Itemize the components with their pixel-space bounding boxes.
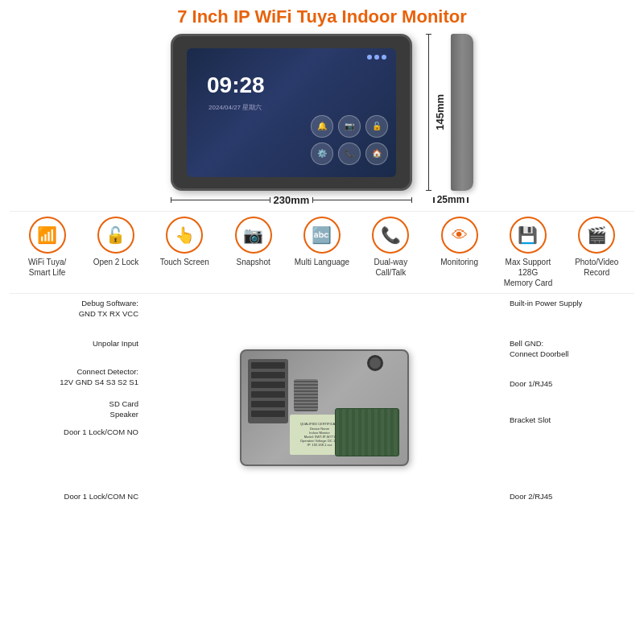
feature-label-snapshot: Snapshot [237, 257, 270, 267]
back-section: Debug Software: GND TX RX VCCUnpolar Inp… [10, 299, 634, 516]
dimension-width: 230mm [171, 194, 412, 206]
page-wrapper: 7 Inch IP WiFi Tuya Indoor Monitor 09:28… [0, 0, 644, 644]
back-connector [367, 355, 383, 371]
back-port-2 [251, 372, 285, 378]
device-back-wrapper: QUALIFIED CERTIFICATE Device Name Indoor… [145, 299, 503, 516]
feature-label-monitoring: Monitoring [440, 257, 478, 267]
status-dot-2 [374, 55, 379, 60]
height-label: 145mm [434, 94, 446, 130]
feature-icon-dual-way-call: 📞 [372, 217, 409, 254]
back-label-left-connect-detector: Connect Detector: 12V GND S4 S3 S2 S1 [60, 367, 138, 387]
dimension-depth: 25mm [435, 194, 467, 205]
feature-item-photo-video: 🎬Photo/Video Record [564, 217, 629, 278]
back-label-right-bracket-slot: Bracket Slot [510, 415, 551, 425]
feature-icon-open-lock: 🔓 [97, 217, 134, 254]
app-icon-4: ⚙️ [311, 142, 333, 165]
feature-icon-wifi-tuya: 📶 [29, 217, 66, 254]
feature-label-touch-screen: Touch Screen [160, 257, 209, 267]
feature-item-open-lock: 🔓Open 2 Lock [84, 217, 148, 267]
app-icon-3: 🔓 [365, 115, 388, 138]
feature-item-memory-card: 💾Max Support 128G Memory Card [496, 217, 560, 288]
feature-icon-touch-screen: 👆 [166, 217, 203, 254]
back-label-right-built-in-power: Built-in Power Supply [510, 299, 582, 308]
back-port-3 [251, 382, 285, 388]
width-label: 230mm [274, 194, 310, 206]
back-label-left-door1-lock-nc: Door 1 Lock/COM NC [64, 492, 138, 502]
feature-icon-multi-language: 🔤 [303, 217, 341, 254]
status-dot-3 [382, 55, 386, 60]
depth-label: 25mm [437, 194, 465, 205]
back-label-left-unpolar-input: Unpolar Input [93, 339, 138, 349]
back-label-right-door1-rj45: Door 1/RJ45 [510, 379, 552, 389]
device-front-wrapper: 09:28 2024/04/27 星期六 🔔 📷 🔓 ⚙️ 📞 🏠 [171, 34, 412, 206]
screen-date: 2024/04/27 星期六 [208, 103, 262, 112]
feature-item-wifi-tuya: 📶WiFi Tuya/ Smart Life [15, 217, 80, 278]
back-port-1 [251, 362, 285, 369]
feature-item-monitoring: 👁Monitoring [427, 217, 492, 267]
feature-label-memory-card: Max Support 128G Memory Card [496, 257, 560, 288]
feature-icon-monitoring: 👁 [441, 217, 478, 254]
back-speaker [294, 379, 318, 411]
back-label-left-debug-software: Debug Software: GND TX RX VCC [79, 299, 138, 319]
feature-icon-snapshot: 📷 [235, 217, 272, 254]
back-port-strip [248, 359, 288, 423]
back-label-left-sd-card-speaker: SD Card Speaker [109, 399, 138, 419]
feature-item-dual-way-call: 📞Dual-way Call/Talk [358, 217, 423, 278]
feature-label-wifi-tuya: WiFi Tuya/ Smart Life [28, 257, 66, 278]
back-labels-right: Built-in Power SupplyBell GND: Connect D… [510, 299, 634, 516]
app-icon-5: 📞 [338, 142, 361, 165]
back-port-4 [251, 391, 285, 398]
device-back: QUALIFIED CERTIFICATE Device Name Indoor… [240, 349, 409, 466]
app-icon-6: 🏠 [365, 142, 388, 165]
cert-text: QUALIFIED CERTIFICATE Device Name Indoor… [300, 422, 339, 447]
back-port-6 [251, 411, 285, 417]
app-icon-1: 🔔 [311, 115, 333, 138]
screen-time: 09:28 [207, 72, 265, 98]
page-title: 7 Inch IP WiFi Tuya Indoor Monitor [10, 6, 634, 27]
back-pcb [335, 408, 399, 456]
back-labels-left: Debug Software: GND TX RX VCCUnpolar Inp… [10, 299, 138, 516]
back-label-left-door1-lock-no: Door 1 Lock/COM NO [64, 427, 138, 437]
device-side [451, 34, 473, 191]
device-side-wrapper: 145mm 25mm [428, 34, 473, 205]
back-port-5 [251, 401, 285, 407]
feature-label-photo-video: Photo/Video Record [575, 257, 618, 278]
app-icon-2: 📷 [338, 115, 361, 138]
screen-app-grid: 🔔 📷 🔓 ⚙️ 📞 🏠 [311, 115, 388, 165]
features-row: 📶WiFi Tuya/ Smart Life🔓Open 2 Lock👆Touch… [10, 211, 634, 294]
device-front: 09:28 2024/04/27 星期六 🔔 📷 🔓 ⚙️ 📞 🏠 [171, 34, 412, 191]
feature-item-touch-screen: 👆Touch Screen [152, 217, 217, 267]
feature-label-multi-language: Multi Language [295, 257, 349, 267]
feature-label-dual-way-call: Dual-way Call/Talk [374, 257, 407, 278]
feature-icon-photo-video: 🎬 [578, 217, 615, 254]
back-label-right-door2-rj45: Door 2/RJ45 [510, 492, 552, 502]
feature-label-open-lock: Open 2 Lock [93, 257, 139, 267]
device-screen: 09:28 2024/04/27 星期六 🔔 📷 🔓 ⚙️ 📞 🏠 [187, 48, 396, 177]
feature-icon-memory-card: 💾 [510, 217, 547, 254]
dim-height-line [428, 34, 429, 191]
screen-status-icons [367, 55, 386, 60]
status-dot-1 [367, 55, 372, 60]
feature-item-multi-language: 🔤Multi Language [290, 217, 354, 267]
feature-item-snapshot: 📷Snapshot [221, 217, 286, 267]
top-section: 09:28 2024/04/27 星期六 🔔 📷 🔓 ⚙️ 📞 🏠 [10, 34, 634, 206]
dim-line-right [312, 200, 412, 200]
dim-line-left [171, 200, 270, 200]
dim-height-container: 145mm [428, 34, 473, 191]
back-label-right-bell-gnd: Bell GND: Connect Doorbell [510, 339, 568, 359]
